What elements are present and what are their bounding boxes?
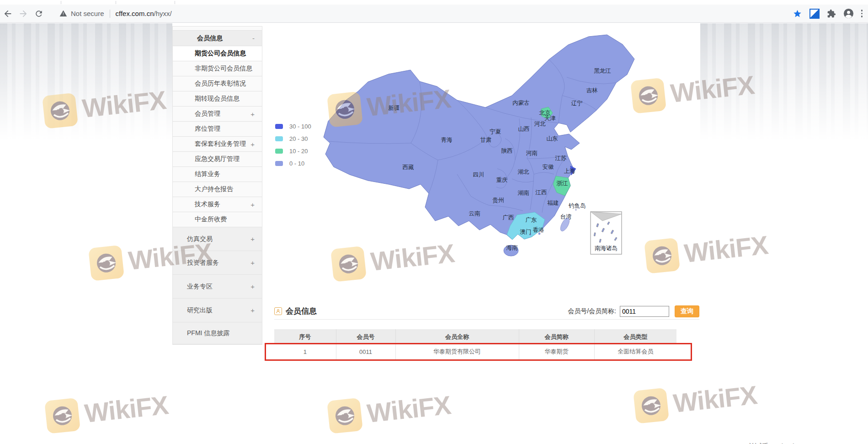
wikifx-watermark: WikiFX — [44, 388, 170, 434]
province-label: 江西 — [536, 189, 547, 197]
province-label: 天津 — [544, 115, 556, 123]
sidebar-item[interactable]: 研究出版+ — [173, 299, 262, 322]
reload-button[interactable] — [31, 6, 47, 21]
wikifx-watermark-text: WikiFX — [83, 390, 170, 428]
chrome-menu-icon[interactable] — [861, 10, 863, 17]
province-label: 广东 — [526, 216, 537, 224]
legend-item: 30 - 100 — [275, 120, 311, 133]
province-label: 新疆 — [389, 104, 400, 112]
sidebar-item[interactable]: 大户持仓报告 — [173, 182, 262, 197]
tab-separator — [175, 1, 175, 4]
province-label: 四川 — [473, 171, 485, 179]
expand-plus-icon[interactable]: + — [250, 259, 255, 267]
collapse-minus-icon[interactable]: - — [252, 34, 255, 42]
province-label: 陕西 — [501, 147, 513, 155]
expand-plus-icon[interactable]: + — [250, 235, 255, 243]
sidebar-item-label: 研究出版 — [187, 306, 213, 315]
forward-button[interactable] — [16, 6, 31, 21]
extension-s-icon[interactable] — [809, 9, 820, 19]
toolbar-actions — [793, 8, 868, 19]
sidebar-item[interactable]: 会员管理+ — [173, 107, 262, 122]
url-path: /hyxx/ — [154, 10, 171, 17]
province-label: 贵州 — [493, 197, 504, 204]
sidebar-item-label: 大户持仓报告 — [195, 185, 233, 193]
sidebar-item[interactable]: 业务专区+ — [173, 275, 262, 299]
province-label: 钓鱼岛 — [569, 202, 586, 210]
sidebar-item-label: 中金所收费 — [195, 215, 227, 224]
tab-strip[interactable] — [0, 0, 868, 5]
expand-plus-icon[interactable]: + — [250, 110, 255, 118]
legend-label: 30 - 100 — [289, 123, 311, 130]
tab-separator — [116, 1, 116, 4]
expand-plus-icon[interactable]: + — [250, 140, 255, 148]
sidebar-item[interactable]: 技术服务+ — [173, 197, 262, 212]
member-search-input[interactable] — [620, 306, 669, 317]
expand-plus-icon[interactable]: + — [250, 201, 255, 209]
table-header-cell: 序号 — [274, 329, 336, 344]
province-label: 山东 — [547, 135, 558, 143]
province-label: 台湾 — [560, 213, 572, 221]
legend-swatch — [275, 161, 283, 166]
back-button[interactable] — [0, 6, 16, 21]
province-label: 安徽 — [543, 163, 554, 171]
province-label: 浙江 — [557, 180, 568, 187]
province-label: 辽宁 — [571, 100, 583, 107]
table-header-cell: 会员类型 — [594, 329, 676, 344]
address-divider — [110, 10, 110, 18]
sidebar-partial-row — [173, 27, 262, 31]
province-label: 南海诸岛 — [595, 245, 618, 252]
province-label: 湖南 — [518, 189, 529, 197]
sidebar-item[interactable]: 结算业务 — [173, 167, 262, 182]
sidebar-item[interactable]: 中金所收费 — [173, 212, 262, 227]
legend-label: 20 - 30 — [289, 135, 308, 142]
browser-toolbar: Not secure cffex.com.cn /hyxx/ — [0, 5, 868, 23]
province-label: 河南 — [526, 150, 538, 157]
wikifx-watermark: WikiFX — [633, 378, 759, 424]
legend-swatch — [275, 124, 283, 129]
province-label: 福建 — [548, 199, 559, 207]
member-search: 会员号/会员简称: 查询 — [568, 305, 699, 317]
sidebar-item-label: 会员管理 — [195, 110, 220, 118]
legend-swatch — [275, 149, 283, 154]
left-city-banner-image — [0, 23, 172, 174]
sidebar-item[interactable]: 非期货公司会员信息 — [173, 61, 262, 76]
security-chip-label: Not secure — [71, 10, 104, 17]
province-label: 湖北 — [518, 168, 529, 176]
profile-avatar-icon[interactable] — [843, 8, 854, 19]
sidebar-item[interactable]: 会员历年表彰情况 — [173, 76, 262, 91]
wikifx-watermark-text: WikiFX — [672, 380, 758, 418]
sidebar-item[interactable]: 仿真交易+ — [173, 227, 262, 251]
sidebar-item[interactable]: 会员信息- — [173, 31, 262, 46]
province-label: 西藏 — [403, 164, 414, 171]
expand-plus-icon[interactable]: + — [250, 306, 255, 314]
province-label: 澳门 — [520, 228, 532, 236]
expand-plus-icon[interactable]: + — [250, 283, 255, 290]
wikifx-eagle-logo-icon — [92, 248, 121, 278]
table-header-row: 序号会员号会员全称会员简称会员类型 — [274, 329, 676, 344]
bookmark-star-icon[interactable] — [793, 9, 802, 18]
province-label: 上海 — [564, 167, 575, 175]
url-host: cffex.com.cn — [116, 10, 154, 17]
sidebar-item[interactable]: 投资者服务+ — [173, 251, 262, 275]
sidebar-item-label: 投资者服务 — [187, 259, 219, 267]
table-header-cell: 会员简称 — [519, 329, 594, 344]
sidebar-item-label: 仿真交易 — [187, 235, 213, 243]
province-label: 内蒙古 — [512, 99, 530, 107]
search-submit-button[interactable]: 查询 — [675, 305, 699, 317]
sidebar-item[interactable]: PFMI 信息披露 — [173, 322, 262, 344]
extensions-puzzle-icon[interactable] — [827, 9, 836, 18]
sidebar-item[interactable]: 期货公司会员信息 — [173, 46, 262, 61]
sidebar-item[interactable]: 套保套利业务管理+ — [173, 137, 262, 152]
right-city-banner-image — [700, 23, 868, 174]
address-bar[interactable]: Not secure cffex.com.cn /hyxx/ — [59, 10, 172, 18]
sidebar-item[interactable]: 席位管理 — [173, 122, 262, 137]
sidebar-item[interactable]: 应急交易厅管理 — [173, 152, 262, 167]
forward-arrow-icon — [18, 9, 28, 19]
wikifx-eagle-logo-icon — [637, 391, 666, 420]
page-content: 会员信息-期货公司会员信息非期货公司会员信息会员历年表彰情况期转现会员信息会员管… — [0, 23, 868, 444]
province-label: 云南 — [469, 210, 480, 218]
sidebar-menu: 会员信息-期货公司会员信息非期货公司会员信息会员历年表彰情况期转现会员信息会员管… — [172, 26, 262, 345]
wikifx-logo-badge — [633, 388, 669, 424]
sidebar-item[interactable]: 期转现会员信息 — [173, 91, 262, 107]
province-label: 黑龙江 — [594, 67, 611, 75]
